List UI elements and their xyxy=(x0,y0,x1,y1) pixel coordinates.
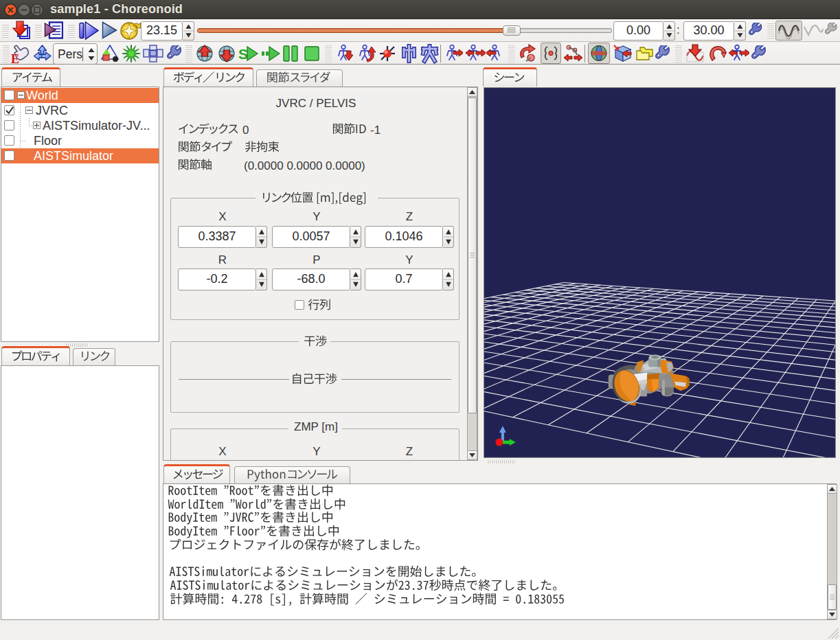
svg-text:E: E xyxy=(11,52,19,65)
svg-text:S: S xyxy=(238,46,248,62)
